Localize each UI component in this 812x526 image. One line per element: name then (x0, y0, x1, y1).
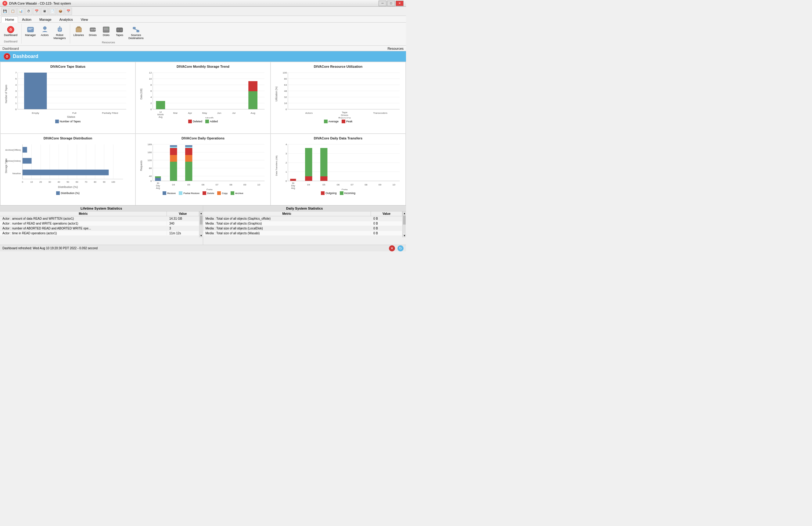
metric-cell: Actor : amount of data READ and WRITTEN … (0, 216, 166, 221)
svg-text:Data Transfers (GB): Data Transfers (GB) (275, 155, 278, 176)
legend-color-deleted (188, 119, 192, 123)
legend-item-archive: Archive (231, 191, 243, 195)
metric-cell: Actor : time in READ operations (actor1) (0, 231, 166, 236)
svg-text:Archive(Online): Archive(Online) (5, 159, 21, 162)
tab-home[interactable]: Home (1, 16, 18, 23)
svg-text:⏱: ⏱ (9, 28, 12, 31)
daily-transfers-legend: Outgoing Incoming (321, 191, 356, 195)
scroll-up-lifetime[interactable]: ▲ (200, 211, 203, 215)
minimize-button[interactable]: ─ (379, 1, 387, 6)
svg-text:1: 1 (286, 171, 287, 173)
status-bar-right: ✕ ↻ (389, 245, 404, 252)
toolbar-btn-6[interactable]: 🖥 (41, 8, 48, 15)
ribbon-item-libraries[interactable]: Libraries (72, 25, 86, 41)
svg-text:3: 3 (15, 90, 17, 93)
chart-daily-transfers-area: Data Transfers (GB) 0 1 2 3 4 (273, 141, 403, 190)
legend-color-partial-restore (179, 191, 183, 195)
ribbon-group-label-resources: Resources (72, 41, 145, 44)
tab-action[interactable]: Action (18, 16, 35, 22)
svg-text:Aug: Aug (251, 112, 256, 114)
svg-rect-6 (58, 28, 62, 31)
ribbon-item-robot-managers[interactable]: Robot Managers (52, 25, 68, 43)
scroll-down-lifetime[interactable]: ▼ (200, 234, 203, 237)
tab-manage[interactable]: Manage (35, 16, 56, 22)
refresh-status-button[interactable]: ↻ (397, 245, 404, 252)
close-status-button[interactable]: ✕ (389, 245, 395, 252)
actors-label: Actors (41, 34, 49, 37)
chart-tape-status: DIVACore Tape Status Number of Tapes 0 1… (0, 62, 135, 134)
ribbon-item-actors[interactable]: Actors (39, 25, 51, 43)
breadcrumb-resources[interactable]: Resources (387, 47, 404, 50)
svg-point-5 (43, 27, 46, 30)
svg-rect-159 (185, 162, 192, 181)
toolbar-btn-7[interactable]: 📄 (49, 8, 56, 15)
svg-point-11 (59, 26, 60, 27)
ribbon-item-tapes[interactable]: Tapes (114, 25, 126, 41)
title-bar-left: D DIVA Core Wasabi - CD-123- Test system (2, 1, 71, 6)
table-row: Media : Total size of all objects (Wasab… (203, 231, 402, 236)
chart-resource-utilization-area: Utilization (%) 0 16 32 48 64 80 100 Act… (273, 70, 403, 118)
legend-label-incoming: Incoming (344, 191, 356, 195)
svg-text:60: 60 (76, 181, 78, 183)
toolbar-btn-5[interactable]: 📅 (33, 8, 40, 15)
legend-item-added: Added (205, 119, 218, 123)
svg-text:Resource: Resource (338, 116, 351, 118)
svg-text:07: 07 (350, 183, 353, 186)
svg-rect-192 (320, 176, 327, 181)
scroll-down-daily[interactable]: ▼ (403, 234, 406, 237)
svg-text:Actors: Actors (305, 112, 313, 114)
svg-rect-27 (137, 30, 139, 32)
svg-rect-19 (104, 28, 108, 29)
svg-text:20: 20 (39, 181, 42, 183)
toolbar-btn-3[interactable]: 📊 (17, 8, 25, 15)
svg-text:Avg: Avg (159, 116, 163, 118)
chart-daily-operations-area: Requests 0 40 80 120 160 189 (138, 141, 268, 190)
maximize-button[interactable]: □ (387, 1, 395, 6)
scroll-up-daily[interactable]: ▲ (403, 211, 406, 215)
legend-label-tapes: Number of Tapes (60, 120, 81, 123)
ribbon-item-drives[interactable]: Drives (87, 25, 99, 41)
svg-text:Transcoders: Transcoders (373, 112, 387, 114)
value-cell: 11m 12s (166, 231, 199, 236)
tab-view[interactable]: View (77, 16, 92, 22)
svg-text:3: 3 (286, 152, 287, 155)
legend-item-incoming: Incoming (340, 191, 356, 195)
svg-text:32: 32 (284, 96, 287, 99)
ribbon-item-disks[interactable]: Disks (100, 25, 112, 41)
svg-rect-162 (185, 147, 192, 148)
legend-color-distribution (56, 191, 60, 195)
toolbar-btn-1[interactable]: 💾 (1, 8, 9, 15)
legend-item-copy: Copy (217, 191, 228, 195)
svg-text:5: 5 (15, 77, 17, 80)
drives-label: Drives (89, 34, 97, 37)
table-row: Media : Total size of all objects (Gaphi… (203, 216, 402, 221)
svg-text:4: 4 (286, 143, 287, 146)
window-controls[interactable]: ─ □ ✕ (379, 1, 404, 6)
svg-rect-72 (248, 81, 258, 91)
legend-item-delete: Delete (203, 191, 214, 195)
robot-managers-icon (56, 25, 64, 34)
chart-resource-utilization-title: DIVACore Resource Utilization (314, 65, 362, 68)
chart-resource-utilization: DIVACore Resource Utilization Utilizatio… (271, 62, 406, 134)
table-row: Actor : number of READ and WRITE operati… (0, 221, 199, 226)
legend-label-average: Average (329, 120, 338, 123)
svg-text:0: 0 (22, 181, 23, 183)
toolbar-btn-9[interactable]: 📅 (65, 8, 72, 15)
legend-label-copy: Copy (222, 192, 228, 195)
value-cell: 0 B (371, 216, 402, 221)
tab-analytics[interactable]: Analytics (56, 16, 77, 22)
toolbar-btn-8[interactable]: 📦 (57, 8, 64, 15)
svg-rect-12 (76, 28, 82, 32)
ribbon-item-sources-destinations[interactable]: Sources Destinations (127, 25, 145, 41)
toolbar-btn-2[interactable]: 📋 (9, 8, 16, 15)
svg-text:06: 06 (337, 183, 340, 186)
manager-label: Manager (25, 34, 36, 37)
breadcrumb-dashboard[interactable]: Dashboard (2, 47, 19, 50)
ribbon-item-dashboard[interactable]: ⏱ Dashboard (2, 25, 19, 40)
chart-daily-operations: DIVACore Daily Operations Requests 0 40 … (135, 134, 271, 205)
ribbon: Home Action Manage Analytics View ⏱ Dash… (0, 16, 406, 46)
toolbar-btn-4[interactable]: ⏱ (25, 8, 32, 15)
svg-rect-154 (170, 162, 177, 181)
close-button[interactable]: ✕ (396, 1, 404, 6)
ribbon-item-manager[interactable]: Manager (24, 25, 38, 43)
